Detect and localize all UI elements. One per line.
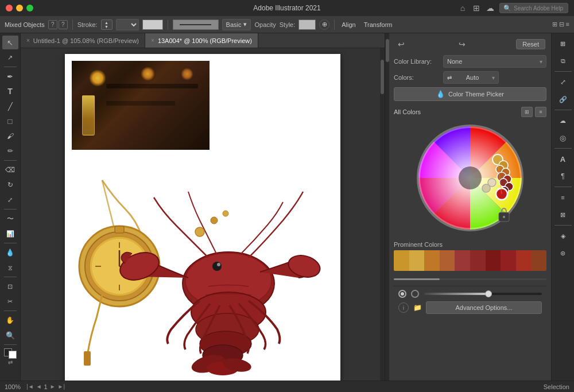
cc-libraries-btn[interactable]: ☁ [554, 112, 572, 129]
tab-close-icon[interactable]: × [26, 37, 30, 44]
globe-icon[interactable]: ⊕ [319, 20, 329, 30]
scrollbar-thumb[interactable] [381, 60, 384, 94]
swatch-6[interactable] [470, 250, 486, 271]
swatch-2[interactable] [409, 250, 425, 271]
zoom-tool[interactable]: 🔍 [2, 328, 18, 342]
color-library-dropdown[interactable]: None ▾ [443, 55, 546, 68]
grid-icon[interactable]: ⊞ [552, 21, 557, 28]
pencil-tool[interactable]: ✏ [2, 144, 18, 158]
graph-tool[interactable]: 📊 [2, 227, 18, 240]
layout-icon[interactable]: ⊞ [472, 3, 481, 13]
basic-dropdown[interactable]: Basic ▾ [222, 19, 251, 30]
transform-panel-btn[interactable]: ⊠ [554, 207, 572, 223]
stroke-select[interactable] [116, 19, 139, 30]
shape-tool[interactable]: □ [2, 114, 18, 128]
panel-icon[interactable]: ⊟ [559, 21, 564, 28]
advanced-options-button[interactable]: Advanced Options... [426, 301, 542, 314]
list-view-btn[interactable]: ≡ [535, 107, 546, 117]
eyedropper-tool[interactable]: 💧 [2, 246, 18, 259]
main-area: ↖ ↗ ✒ T ╱ □ 🖌 ✏ ⌫ ↻ ⤢ 〜 📊 💧 ⧖ ⊡ ✂ ✋ 🔍 ⇄ [0, 33, 574, 381]
recolor-panel: ↩ ↪ Reset Color Library: None ▾ Colors: … [389, 33, 551, 381]
appearance-btn[interactable]: ◈ [554, 228, 572, 244]
graphic-styles-btn[interactable]: ⊛ [554, 245, 572, 261]
eraser-tool[interactable]: ⌫ [2, 163, 18, 177]
right-separator-3 [554, 148, 572, 149]
swatch-5[interactable] [455, 250, 470, 271]
swatch-8[interactable] [501, 250, 516, 271]
tab-13a004[interactable]: × 13A004* @ 100% (RGB/Preview) [145, 33, 258, 48]
rotate-tool[interactable]: ↻ [2, 178, 18, 192]
slider-thumb[interactable] [485, 290, 492, 297]
grid-view-btn[interactable]: ⊞ [521, 107, 533, 117]
scale-tool[interactable]: ⤢ [2, 193, 18, 207]
export-btn[interactable]: ⤢ [554, 74, 572, 90]
blend-tool[interactable]: ⧖ [2, 261, 18, 274]
align-panel-btn[interactable]: ≡ [554, 189, 572, 205]
undo-button[interactable]: ↩ [395, 38, 408, 51]
folder-button[interactable]: 📁 [412, 302, 422, 313]
redo-button[interactable]: ↪ [456, 38, 468, 51]
svg-point-26 [211, 217, 218, 224]
layers-btn[interactable]: ⧉ [554, 53, 572, 69]
link-btn[interactable]: 🔗 [554, 91, 572, 107]
fill-preview[interactable] [142, 20, 163, 30]
next-page-btn[interactable]: ► [50, 383, 56, 390]
titlebar-right: ⌂ ⊞ ☁ 🔍 Search Adobe Help [458, 3, 568, 13]
paragraph-btn[interactable]: ¶ [554, 168, 572, 184]
properties-btn[interactable]: ⊞ [554, 36, 572, 52]
line-tool[interactable]: ╱ [2, 99, 18, 113]
select-tool[interactable]: ↖ [2, 36, 18, 49]
color-wheel[interactable] [413, 121, 528, 235]
color-theme-picker-button[interactable]: 💧 Color Theme Picker [394, 87, 546, 101]
question-icon-2[interactable]: ? [59, 20, 68, 29]
menu-icon[interactable]: ≡ [566, 21, 569, 28]
type-tool[interactable]: T [2, 84, 18, 98]
character-btn[interactable]: A [554, 151, 572, 167]
assets-btn[interactable]: ◎ [554, 130, 572, 146]
swap-icon[interactable]: ⇄ [8, 359, 13, 366]
cloud-icon[interactable]: ☁ [486, 3, 495, 13]
search-box[interactable]: 🔍 Search Adobe Help [499, 3, 568, 13]
shelf-2 [106, 101, 175, 106]
artboard-tool[interactable]: ⊡ [2, 280, 18, 293]
stroke-stepper[interactable]: ▲ ▼ [101, 20, 113, 30]
last-page-btn[interactable]: ►| [58, 383, 65, 390]
direct-select-tool[interactable]: ↗ [2, 51, 18, 64]
scrollbar-thumb-2[interactable] [386, 39, 389, 62]
home-icon[interactable]: ⌂ [458, 3, 467, 13]
slice-tool[interactable]: ✂ [2, 294, 18, 308]
paintbrush-tool[interactable]: 🖌 [2, 129, 18, 143]
swatch-9[interactable] [516, 250, 532, 271]
radio-btn-1[interactable] [398, 290, 406, 298]
swatch-10[interactable] [531, 250, 546, 271]
canvas-scroll[interactable] [21, 48, 385, 381]
close-button[interactable] [6, 5, 13, 11]
canvas-viewport [32, 54, 373, 375]
warp-tool[interactable]: 〜 [2, 212, 18, 226]
tab-close-icon-2[interactable]: × [151, 37, 154, 44]
minimize-button[interactable] [16, 5, 23, 11]
vertical-scrollbar[interactable] [380, 48, 385, 381]
question-icon[interactable]: ? [48, 20, 57, 29]
hand-tool[interactable]: ✋ [2, 313, 18, 327]
maximize-button[interactable] [26, 5, 33, 11]
colors-value: Auto [466, 74, 479, 81]
svg-point-25 [195, 227, 204, 236]
prev-page-btn[interactable]: ◄ [36, 383, 42, 390]
tab-untitled[interactable]: × Untitled-1 @ 105.08% (RGB/Preview) [21, 33, 145, 48]
swatch-4[interactable] [440, 250, 455, 271]
radio-btn-2[interactable] [411, 290, 419, 298]
titlebar: Adobe Illustrator 2021 ⌂ ⊞ ☁ 🔍 Search Ad… [0, 0, 574, 16]
info-button[interactable]: i [398, 302, 409, 313]
swatch-3[interactable] [424, 250, 440, 271]
swatch-7[interactable] [486, 250, 501, 271]
swatch-1[interactable] [394, 250, 409, 271]
tool-sep-6 [4, 311, 17, 311]
first-page-btn[interactable]: |◄ [26, 383, 34, 390]
right-separator-5 [554, 225, 572, 226]
colors-dropdown[interactable]: ⇄ Auto ▾ [443, 71, 499, 84]
fill-swatch[interactable] [9, 351, 17, 359]
beer-glass [82, 95, 95, 135]
pen-tool[interactable]: ✒ [2, 69, 18, 83]
reset-button[interactable]: Reset [516, 39, 545, 49]
